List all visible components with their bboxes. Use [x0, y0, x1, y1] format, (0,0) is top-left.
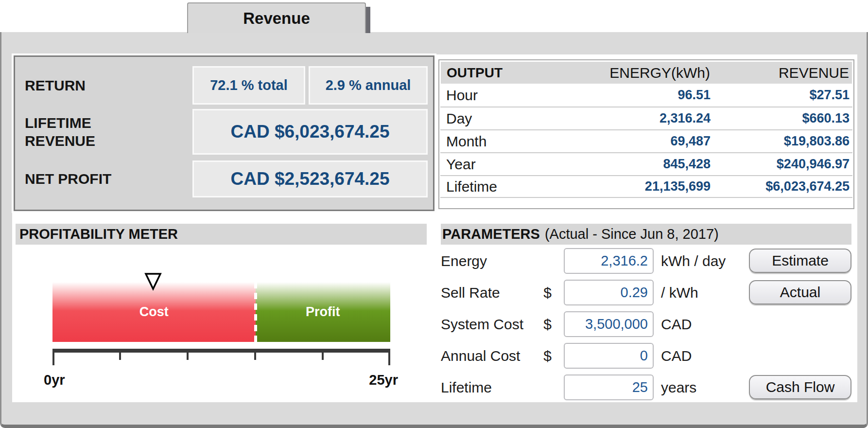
param-label: Energy — [441, 253, 538, 269]
row-energy-value: 845,428 — [550, 157, 711, 172]
param-row-sell-rate: Sell Rate $ / kWh Actual — [441, 280, 851, 305]
output-table: OUTPUT ENERGY(kWh) REVENUE Hour 96.51 $2… — [438, 59, 854, 209]
parameters-title: PARAMETERS (Actual - Since Jun 8, 2017) — [441, 224, 851, 245]
param-unit: years — [661, 379, 696, 396]
actual-button[interactable]: Actual — [749, 280, 851, 304]
meter-axis-tick — [388, 353, 390, 365]
profitability-meter: Cost Profit — [52, 272, 390, 343]
row-energy-value: 21,135,699 — [550, 179, 711, 194]
axis-label-end: 25yr — [356, 372, 398, 388]
param-unit: CAD — [661, 348, 692, 364]
param-row-system-cost: System Cost $ CAD — [441, 311, 851, 337]
meter-marker-icon — [144, 272, 162, 291]
lifetime-revenue-value: CAD $6,023,674.25 — [192, 109, 428, 155]
table-row: Day 2,316.24 $660.13 — [440, 107, 852, 129]
table-row: Month 69,487 $19,803.86 — [440, 129, 852, 152]
param-prefix: $ — [538, 348, 556, 364]
param-label: Sell Rate — [441, 285, 538, 301]
param-row-annual-cost: Annual Cost $ CAD — [441, 343, 851, 369]
cash-flow-button[interactable]: Cash Flow — [749, 375, 851, 399]
param-unit: kWh / day — [661, 253, 726, 269]
param-row-lifetime: Lifetime years Cash Flow — [441, 374, 851, 400]
param-unit: CAD — [661, 316, 692, 333]
meter-axis-tick — [52, 353, 54, 365]
lifetime-input[interactable] — [564, 374, 654, 400]
row-label: Year — [440, 156, 550, 173]
lifetime-revenue-label: LIFETIME REVENUE — [25, 109, 146, 155]
meter-axis — [52, 349, 390, 369]
header-energy: ENERGY(kWh) — [550, 65, 710, 81]
tab-revenue-label: Revenue — [243, 9, 310, 28]
table-row: Hour 96.51 $27.51 — [440, 84, 852, 107]
return-summary-panel: RETURN 72.1 % total 2.9 % annual LIFETIM… — [14, 55, 434, 211]
row-revenue-value: $6,023,674.25 — [711, 179, 852, 194]
meter-breakeven-divider — [254, 282, 257, 342]
return-annual-value: 2.9 % annual — [309, 66, 428, 105]
annual-cost-input[interactable] — [564, 343, 654, 369]
meter-segment-profit: Profit — [256, 282, 390, 342]
table-row: Lifetime 21,135,699 $6,023,674.25 — [440, 175, 852, 198]
row-label: Hour — [440, 87, 550, 104]
profitability-meter-title: PROFITABILITY METER — [16, 224, 427, 245]
output-table-header-row: OUTPUT ENERGY(kWh) REVENUE — [441, 62, 852, 84]
meter-bar: Cost Profit — [52, 282, 390, 342]
system-cost-input[interactable] — [564, 311, 654, 337]
param-row-energy: Energy kWh / day Estimate — [441, 248, 851, 274]
meter-axis-tick — [119, 353, 121, 360]
axis-label-start: 0yr — [44, 372, 65, 388]
estimate-button[interactable]: Estimate — [749, 249, 851, 273]
table-row: Year 845,428 $240,946.97 — [440, 152, 852, 175]
row-label: Lifetime — [440, 178, 550, 195]
param-label: System Cost — [441, 316, 538, 333]
row-energy-value: 96.51 — [550, 88, 711, 103]
parameters-title-subtitle: (Actual - Since Jun 8, 2017) — [545, 226, 719, 242]
param-label: Lifetime — [441, 379, 538, 396]
row-revenue-value: $27.51 — [711, 88, 852, 103]
row-energy-value: 2,316.24 — [550, 111, 711, 126]
row-revenue-value: $19,803.86 — [711, 134, 852, 149]
row-label: Day — [440, 110, 550, 127]
meter-axis-tick — [187, 353, 189, 360]
row-label: Month — [440, 133, 550, 150]
meter-axis-tick — [322, 353, 324, 360]
header-output: OUTPUT — [441, 65, 550, 81]
tab-revenue[interactable]: Revenue — [187, 2, 366, 33]
net-profit-value: CAD $2,523,674.25 — [192, 160, 428, 197]
param-unit: / kWh — [661, 285, 698, 301]
sell-rate-input[interactable] — [564, 280, 654, 305]
energy-input[interactable] — [564, 248, 654, 274]
param-label: Annual Cost — [441, 348, 538, 364]
row-energy-value: 69,487 — [550, 134, 711, 149]
meter-segment-cost: Cost — [52, 282, 256, 342]
param-prefix: $ — [538, 285, 556, 301]
return-total-value: 72.1 % total — [192, 66, 305, 105]
param-prefix: $ — [538, 316, 556, 333]
meter-axis-tick — [254, 353, 256, 360]
meter-axis-line — [52, 349, 390, 353]
row-revenue-value: $240,946.97 — [711, 157, 852, 172]
parameters-title-main: PARAMETERS — [442, 226, 540, 242]
net-profit-label: NET PROFIT — [25, 160, 185, 197]
return-label: RETURN — [25, 66, 185, 105]
header-revenue: REVENUE — [710, 65, 852, 81]
row-revenue-value: $660.13 — [711, 111, 852, 126]
